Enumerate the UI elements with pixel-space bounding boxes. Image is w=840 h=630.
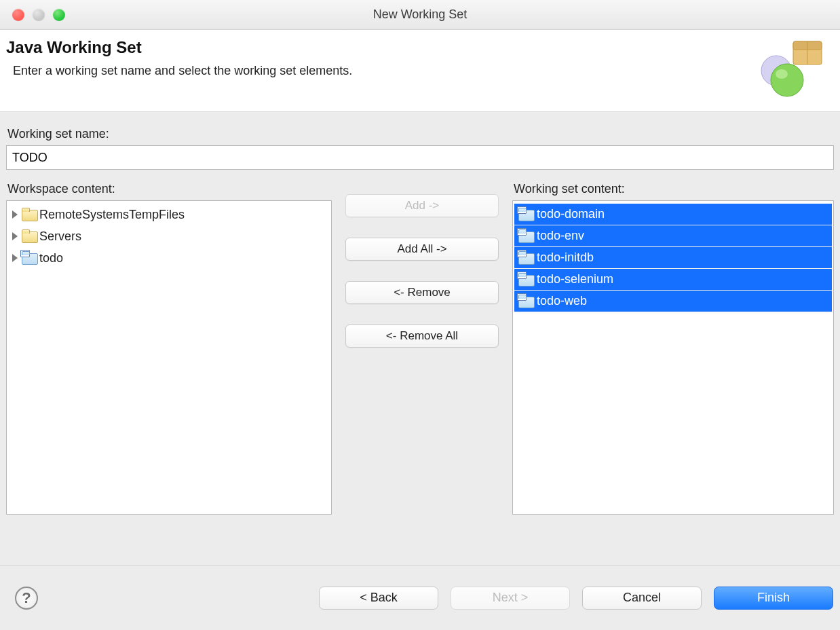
tree-item[interactable]: RemoteSystemsTempFiles bbox=[8, 204, 330, 225]
workspace-content-tree[interactable]: RemoteSystemsTempFilesServersMJtodo bbox=[6, 200, 332, 515]
window-title: New Working Set bbox=[0, 7, 840, 22]
working-set-name-input[interactable] bbox=[6, 145, 834, 170]
project-icon: MJ bbox=[22, 252, 37, 264]
next-button: Next > bbox=[451, 587, 570, 610]
list-item[interactable]: MStodo-initdb bbox=[514, 247, 832, 269]
list-item-label: todo-domain bbox=[537, 207, 605, 221]
tree-item[interactable]: Servers bbox=[8, 225, 330, 247]
maven-overlay-icon: MS bbox=[517, 293, 527, 301]
tree-item-label: todo bbox=[39, 251, 63, 265]
wizard-banner-icon bbox=[750, 38, 825, 99]
maven-overlay-icon: MS bbox=[517, 228, 527, 236]
list-item[interactable]: MStodo-domain bbox=[514, 204, 832, 225]
tree-item-label: Servers bbox=[39, 229, 81, 244]
list-item-label: todo-selenium bbox=[537, 272, 613, 286]
dialog-body: Working set name: Workspace content: Rem… bbox=[0, 112, 840, 565]
list-item-label: todo-initdb bbox=[537, 251, 594, 265]
remove-all-button[interactable]: <- Remove All bbox=[345, 325, 499, 348]
page-title: Java Working Set bbox=[6, 38, 750, 57]
add-all-button[interactable]: Add All -> bbox=[345, 238, 499, 261]
maven-project-icon: MS bbox=[518, 230, 533, 242]
working-set-content-list[interactable]: MStodo-domainMStodo-envMStodo-initdbMSto… bbox=[512, 200, 834, 515]
maven-overlay-icon: MS bbox=[517, 206, 527, 214]
list-item[interactable]: MStodo-selenium bbox=[514, 269, 832, 291]
name-label: Working set name: bbox=[7, 127, 834, 141]
svg-point-5 bbox=[776, 69, 788, 79]
transfer-buttons: Add -> Add All -> <- Remove <- Remove Al… bbox=[345, 175, 499, 515]
maven-java-overlay-icon: MJ bbox=[20, 250, 30, 257]
maven-project-icon: MS bbox=[518, 208, 533, 221]
folder-icon bbox=[22, 208, 37, 221]
tree-item[interactable]: MJtodo bbox=[8, 247, 330, 269]
maven-overlay-icon: MS bbox=[517, 272, 527, 279]
list-item[interactable]: MStodo-web bbox=[514, 291, 832, 312]
dialog-footer: ? < Back Next > Cancel Finish bbox=[0, 565, 840, 630]
list-item-label: todo-env bbox=[537, 229, 584, 243]
workspace-label: Workspace content: bbox=[7, 182, 332, 196]
tree-item-label: RemoteSystemsTempFiles bbox=[39, 208, 185, 222]
disclosure-triangle-icon[interactable] bbox=[12, 254, 18, 262]
help-icon[interactable]: ? bbox=[15, 587, 38, 610]
list-item[interactable]: MStodo-env bbox=[514, 225, 832, 247]
folder-icon bbox=[22, 230, 37, 242]
back-button[interactable]: < Back bbox=[319, 587, 438, 610]
add-button: Add -> bbox=[345, 194, 499, 217]
maven-project-icon: MS bbox=[518, 295, 533, 308]
remove-button[interactable]: <- Remove bbox=[345, 281, 499, 304]
maven-project-icon: MS bbox=[518, 274, 533, 286]
window-titlebar: New Working Set bbox=[0, 0, 840, 30]
disclosure-triangle-icon[interactable] bbox=[12, 232, 18, 240]
dialog-header: Java Working Set Enter a working set nam… bbox=[0, 30, 840, 112]
svg-point-4 bbox=[771, 64, 803, 96]
finish-button[interactable]: Finish bbox=[714, 587, 833, 610]
maven-overlay-icon: MS bbox=[517, 250, 527, 257]
page-subtitle: Enter a working set name and select the … bbox=[13, 64, 750, 78]
disclosure-triangle-icon[interactable] bbox=[12, 210, 18, 219]
cancel-button[interactable]: Cancel bbox=[582, 587, 702, 610]
maven-project-icon: MS bbox=[518, 252, 533, 264]
workingset-label: Working set content: bbox=[514, 182, 834, 196]
list-item-label: todo-web bbox=[537, 294, 587, 308]
